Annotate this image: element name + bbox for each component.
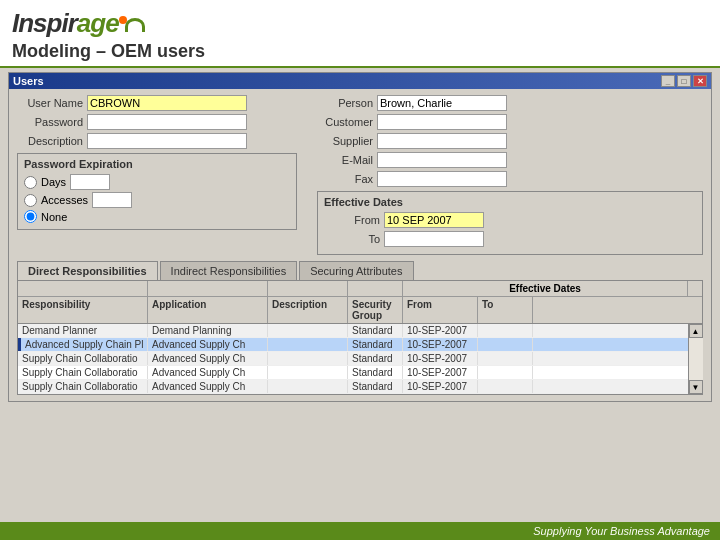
accesses-radio-row: Accesses (24, 192, 290, 208)
th-resp: Responsibility (18, 297, 148, 323)
table-body: Demand Planner Demand Planning Standard … (18, 324, 702, 394)
td-to (478, 338, 533, 351)
pw-expiration-title: Password Expiration (24, 158, 290, 170)
pw-expiration-box: Password Expiration Days Accesses None (17, 153, 297, 230)
fax-row: Fax (317, 171, 703, 187)
th-application (148, 281, 268, 296)
td-sec: Standard (348, 366, 403, 379)
window-titlebar: Users _ □ ✕ (9, 73, 711, 89)
footer-text: Supplying Your Business Advantage (533, 525, 710, 537)
td-to (478, 324, 533, 337)
td-desc (268, 352, 348, 365)
td-desc (268, 324, 348, 337)
table-column-headers: Responsibility Application Description S… (18, 297, 702, 324)
logo-arc-icon (125, 18, 145, 32)
tab-securing-attributes[interactable]: Securing Attributes (299, 261, 413, 280)
person-input[interactable] (377, 95, 507, 111)
window-title: Users (13, 75, 44, 87)
minimize-button[interactable]: _ (661, 75, 675, 87)
table-row[interactable]: Demand Planner Demand Planning Standard … (18, 324, 688, 338)
description-input[interactable] (87, 133, 247, 149)
password-label: Password (17, 116, 87, 128)
fax-input[interactable] (377, 171, 507, 187)
customer-label: Customer (317, 116, 377, 128)
email-input[interactable] (377, 152, 507, 168)
days-radio-row: Days (24, 174, 290, 190)
accesses-label: Accesses (41, 194, 88, 206)
to-row: To (324, 231, 696, 247)
eff-dates-span-header: Effective Dates (403, 281, 688, 296)
th-from: From (403, 297, 478, 323)
scroll-up-button[interactable]: ▲ (689, 324, 703, 338)
td-from: 10-SEP-2007 (403, 366, 478, 379)
table-row[interactable]: Supply Chain Collaboratio Advanced Suppl… (18, 352, 688, 366)
td-app: Advanced Supply Ch (148, 338, 268, 351)
days-input[interactable] (70, 174, 110, 190)
table-row[interactable]: Supply Chain Collaboratio Advanced Suppl… (18, 380, 688, 394)
td-desc (268, 380, 348, 393)
td-from: 10-SEP-2007 (403, 324, 478, 337)
td-app: Advanced Supply Ch (148, 352, 268, 365)
td-resp: Supply Chain Collaboratio (18, 380, 148, 393)
none-radio[interactable] (24, 210, 37, 223)
person-label: Person (317, 97, 377, 109)
td-sec: Standard (348, 352, 403, 365)
close-button[interactable]: ✕ (693, 75, 707, 87)
description-label: Description (17, 135, 87, 147)
effective-dates-title: Effective Dates (324, 196, 696, 208)
days-radio[interactable] (24, 176, 37, 189)
scroll-down-button[interactable]: ▼ (689, 380, 703, 394)
td-resp: Advanced Supply Chain Pl (18, 338, 148, 351)
tab-direct-responsibilities[interactable]: Direct Responsibilities (17, 261, 158, 280)
customer-input[interactable] (377, 114, 507, 130)
form-right: Person Customer Supplier E-Mail Fax (317, 95, 703, 255)
supplier-row: Supplier (317, 133, 703, 149)
supplier-input[interactable] (377, 133, 507, 149)
table-row[interactable]: Advanced Supply Chain Pl Advanced Supply… (18, 338, 688, 352)
person-row: Person (317, 95, 703, 111)
customer-row: Customer (317, 114, 703, 130)
td-from: 10-SEP-2007 (403, 352, 478, 365)
th-to: To (478, 297, 533, 323)
accesses-input[interactable] (92, 192, 132, 208)
table-row[interactable]: Supply Chain Collaboratio Advanced Suppl… (18, 366, 688, 380)
username-row: User Name (17, 95, 297, 111)
scroll-col-header (533, 297, 547, 323)
password-input[interactable] (87, 114, 247, 130)
td-from: 10-SEP-2007 (403, 338, 478, 351)
password-row: Password (17, 114, 297, 130)
header: Inspirage Modeling – OEM users (0, 0, 720, 68)
restore-button[interactable]: □ (677, 75, 691, 87)
scroll-header-spacer (688, 281, 702, 296)
users-window: Users _ □ ✕ User Name Password Descripti… (8, 72, 712, 402)
td-app: Advanced Supply Ch (148, 366, 268, 379)
none-label: None (41, 211, 67, 223)
td-sec: Standard (348, 338, 403, 351)
fax-label: Fax (317, 173, 377, 185)
email-row: E-Mail (317, 152, 703, 168)
scrollbar[interactable]: ▲ ▼ (688, 324, 702, 394)
accesses-radio[interactable] (24, 194, 37, 207)
none-radio-row: None (24, 210, 290, 223)
logo-text: Inspirage (12, 8, 127, 39)
th-responsibility (18, 281, 148, 296)
th-security (348, 281, 403, 296)
td-resp: Supply Chain Collaboratio (18, 352, 148, 365)
to-input[interactable] (384, 231, 484, 247)
th-sec: Security Group (348, 297, 403, 323)
th-description (268, 281, 348, 296)
to-label: To (324, 233, 384, 245)
td-desc (268, 366, 348, 379)
scroll-track (689, 338, 703, 380)
td-app: Advanced Supply Ch (148, 380, 268, 393)
days-label: Days (41, 176, 66, 188)
window-controls: _ □ ✕ (661, 75, 707, 87)
username-input[interactable] (87, 95, 247, 111)
footer: Supplying Your Business Advantage (0, 522, 720, 540)
from-label: From (324, 214, 384, 226)
tab-indirect-responsibilities[interactable]: Indirect Responsibilities (160, 261, 298, 280)
page-title: Modeling – OEM users (12, 41, 708, 62)
from-input[interactable] (384, 212, 484, 228)
responsibilities-table: Effective Dates Responsibility Applicati… (17, 280, 703, 395)
td-app: Demand Planning (148, 324, 268, 337)
